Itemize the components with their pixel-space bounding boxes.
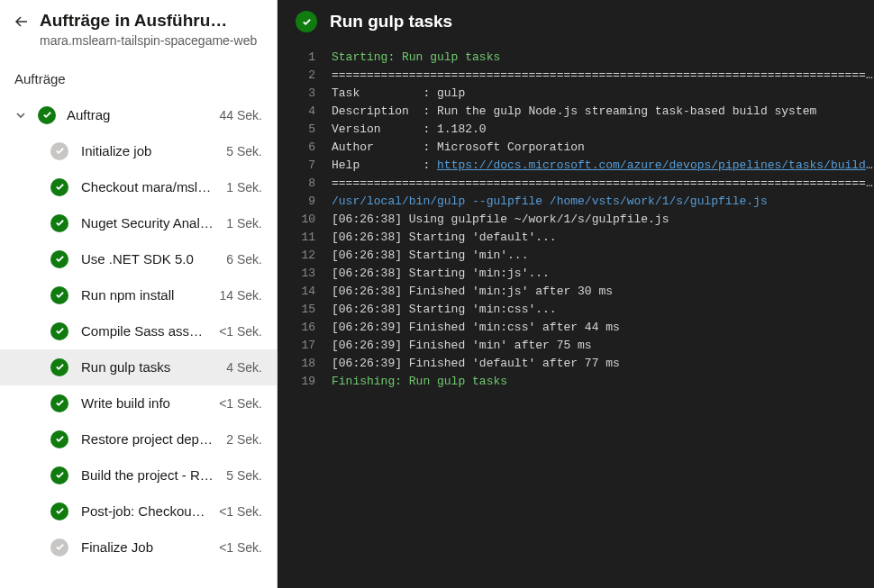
line-number: 10 xyxy=(278,211,332,229)
task-item[interactable]: Build the project - Rel…5 Sek. xyxy=(0,457,277,493)
status-success-icon xyxy=(50,394,68,412)
log-line: 11[06:26:38] Starting 'default'... xyxy=(278,229,874,247)
task-duration: 2 Sek. xyxy=(226,432,262,447)
log-text: Finishing: Run gulp tasks xyxy=(332,373,874,391)
status-success-icon xyxy=(50,502,68,520)
log-text: Help : https://docs.microsoft.com/azure/… xyxy=(332,157,874,175)
sidebar-header: Aufträge in Ausführu… mara.mslearn-tails… xyxy=(0,0,277,62)
header-text: Aufträge in Ausführu… mara.mslearn-tails… xyxy=(40,11,262,50)
line-number: 18 xyxy=(278,355,332,373)
log-line: 3Task : gulp xyxy=(278,85,874,103)
status-success-icon xyxy=(50,358,68,376)
task-item[interactable]: Checkout mara/mslear…1 Sek. xyxy=(0,169,277,205)
log-text: [06:26:39] Finished 'min:css' after 44 m… xyxy=(332,319,874,337)
line-number: 7 xyxy=(278,157,332,175)
status-success-icon xyxy=(50,250,68,268)
task-duration: 14 Sek. xyxy=(220,288,262,303)
log-line: 16[06:26:39] Finished 'min:css' after 44… xyxy=(278,319,874,337)
help-link[interactable]: https://docs.microsoft.com/azure/devops/… xyxy=(437,158,874,172)
line-number: 6 xyxy=(278,139,332,157)
status-success-icon xyxy=(50,466,68,484)
log-text: [06:26:38] Using gulpfile ~/work/1/s/gul… xyxy=(332,211,874,229)
task-duration: 4 Sek. xyxy=(226,360,262,375)
line-number: 13 xyxy=(278,265,332,283)
task-label: Run gulp tasks xyxy=(81,359,214,375)
log-text: [06:26:38] Finished 'min:js' after 30 ms xyxy=(332,283,874,301)
status-neutral-icon xyxy=(50,538,68,556)
task-item[interactable]: Use .NET SDK 5.06 Sek. xyxy=(0,241,277,277)
page-subtitle: mara.mslearn-tailspin-spacegame-web xyxy=(40,32,262,50)
task-label: Post-job: Checkout t… xyxy=(81,503,206,519)
line-number: 19 xyxy=(278,373,332,391)
log-line: 13[06:26:38] Starting 'min:js'... xyxy=(278,265,874,283)
log-line: 15[06:26:38] Starting 'min:css'... xyxy=(278,301,874,319)
sidebar: Aufträge in Ausführu… mara.mslearn-tails… xyxy=(0,0,278,588)
line-number: 12 xyxy=(278,247,332,265)
log-text: Author : Microsoft Corporation xyxy=(332,139,874,157)
log-text: Version : 1.182.0 xyxy=(332,121,874,139)
log-line: 14[06:26:38] Finished 'min:js' after 30 … xyxy=(278,283,874,301)
task-duration: 5 Sek. xyxy=(226,144,262,158)
back-arrow-icon[interactable] xyxy=(14,14,29,29)
task-label: Use .NET SDK 5.0 xyxy=(81,251,214,267)
page-title: Aufträge in Ausführu… xyxy=(40,11,262,31)
task-label: Run npm install xyxy=(81,287,207,303)
log-line: 9/usr/local/bin/gulp --gulpfile /home/vs… xyxy=(278,193,874,211)
task-duration: 1 Sek. xyxy=(226,216,262,231)
log-line: 8=======================================… xyxy=(278,175,874,193)
log-line: 2=======================================… xyxy=(278,67,874,85)
task-label: Build the project - Rel… xyxy=(81,467,214,483)
task-item[interactable]: Compile Sass assets<1 Sek. xyxy=(0,313,277,349)
log-text: Starting: Run gulp tasks xyxy=(332,49,874,67)
task-label: Checkout mara/mslear… xyxy=(81,179,214,194)
task-item[interactable]: Run gulp tasks4 Sek. xyxy=(0,349,277,385)
task-item[interactable]: Restore project depen…2 Sek. xyxy=(0,421,277,457)
log-header: Run gulp tasks xyxy=(278,0,874,49)
task-item[interactable]: Write build info<1 Sek. xyxy=(0,385,277,421)
task-duration: 1 Sek. xyxy=(226,180,262,194)
line-number: 11 xyxy=(278,229,332,247)
log-text: [06:26:38] Starting 'min'... xyxy=(332,247,874,265)
log-line: 12[06:26:38] Starting 'min'... xyxy=(278,247,874,265)
task-item[interactable]: Post-job: Checkout t…<1 Sek. xyxy=(0,493,277,529)
line-number: 9 xyxy=(278,193,332,211)
log-text: [06:26:39] Finished 'default' after 77 m… xyxy=(332,355,874,373)
task-duration: <1 Sek. xyxy=(219,324,262,339)
task-label: Finalize Job xyxy=(81,539,206,555)
section-label: Aufträge xyxy=(0,62,277,97)
log-line: 17[06:26:39] Finished 'min' after 75 ms xyxy=(278,337,874,355)
log-title: Run gulp tasks xyxy=(330,12,452,32)
line-number: 8 xyxy=(278,175,332,193)
task-item[interactable]: Nuget Security Analysi…1 Sek. xyxy=(0,205,277,241)
log-line: 7Help : https://docs.microsoft.com/azure… xyxy=(278,157,874,175)
status-success-icon xyxy=(50,214,68,232)
line-number: 16 xyxy=(278,319,332,337)
task-duration: 6 Sek. xyxy=(226,252,262,267)
task-duration: <1 Sek. xyxy=(219,540,262,555)
log-text: Task : gulp xyxy=(332,85,874,103)
task-duration: <1 Sek. xyxy=(219,396,262,411)
task-label: Nuget Security Analysi… xyxy=(81,215,214,231)
line-number: 15 xyxy=(278,301,332,319)
log-line: 5Version : 1.182.0 xyxy=(278,121,874,139)
line-number: 4 xyxy=(278,103,332,121)
log-line: 6Author : Microsoft Corporation xyxy=(278,139,874,157)
log-text: [06:26:38] Starting 'default'... xyxy=(332,229,874,247)
task-duration: 5 Sek. xyxy=(226,468,262,483)
chevron-down-icon xyxy=(14,109,27,122)
status-success-icon xyxy=(50,430,68,448)
line-number: 5 xyxy=(278,121,332,139)
status-success-icon xyxy=(296,11,317,32)
line-number: 2 xyxy=(278,67,332,85)
log-text: [06:26:38] Starting 'min:css'... xyxy=(332,301,874,319)
job-group-duration: 44 Sek. xyxy=(220,108,262,122)
task-label: Restore project depen… xyxy=(81,431,214,447)
task-item[interactable]: Finalize Job<1 Sek. xyxy=(0,529,277,565)
status-neutral-icon xyxy=(50,142,68,160)
task-list: Initialize job5 Sek.Checkout mara/mslear… xyxy=(0,133,277,588)
log-body[interactable]: 1Starting: Run gulp tasks2==============… xyxy=(278,49,874,588)
task-item[interactable]: Run npm install14 Sek. xyxy=(0,277,277,313)
task-label: Write build info xyxy=(81,395,206,411)
task-item[interactable]: Initialize job5 Sek. xyxy=(0,133,277,169)
job-group-header[interactable]: Auftrag 44 Sek. xyxy=(0,97,277,133)
